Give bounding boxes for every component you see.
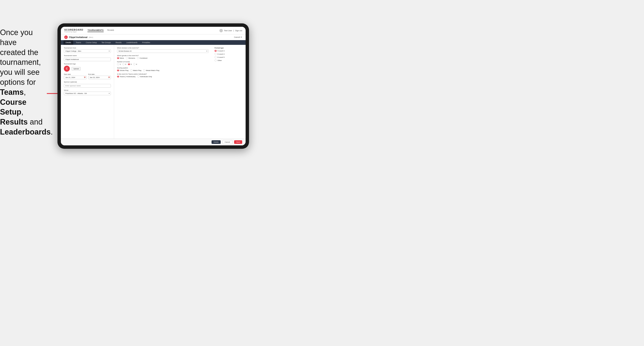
- division-select-wrapper: NCAA Division III: [117, 49, 208, 53]
- left-column: Tournament Host Clippd College - Men Tou…: [61, 45, 114, 139]
- start-date-label: Start date: [64, 73, 86, 75]
- division-field: Which division is the event for? NCAA Di…: [117, 47, 208, 53]
- date-row: Start date End date: [64, 73, 111, 79]
- sponsor-field: Sponsor (optional): [64, 81, 111, 88]
- top-nav: SCOREBOARD Powered by clippd TOURNAMENTS…: [61, 27, 246, 34]
- division-label: Which division is the event for?: [117, 47, 208, 49]
- start-date-field: Start date: [64, 73, 86, 79]
- gender-combined[interactable]: Combined: [137, 57, 147, 59]
- top-nav-right: Test User | Sign out: [220, 29, 242, 32]
- cancel-tournament-button[interactable]: Cancel ✕: [234, 36, 242, 38]
- radio-teams-circle: [117, 75, 119, 78]
- radio-rounds-2-circle: [122, 63, 124, 65]
- teams-label: Is this event for Teams and/or Individua…: [117, 73, 208, 75]
- rounds-3[interactable]: 3: [128, 63, 132, 65]
- user-label: Test User: [224, 29, 232, 32]
- cancel-button[interactable]: Cancel: [222, 140, 232, 144]
- tournament-host-label: Tournament Host: [64, 47, 111, 49]
- tournament-host-select[interactable]: Clippd College - Men: [64, 49, 111, 53]
- user-avatar: [220, 29, 223, 32]
- tournament-logo-label: Tournament logo: [64, 63, 111, 65]
- format-5count4[interactable]: 5 count 4: [214, 50, 242, 52]
- teams-field: Is this event for Teams and/or Individua…: [117, 73, 208, 78]
- tournament-title-area: C Clippd Invitational (Men): [64, 35, 93, 39]
- division-select[interactable]: NCAA Division III: [117, 49, 208, 53]
- individuals-only[interactable]: Individuals Only: [137, 75, 152, 78]
- logo-sub: Powered by clippd: [64, 31, 83, 32]
- radio-rounds-3-circle: [128, 63, 130, 65]
- end-date-wrapper: [88, 76, 111, 79]
- save-button[interactable]: Save: [234, 140, 242, 144]
- tab-results[interactable]: Results: [114, 40, 124, 45]
- radio-5count4-circle: [214, 50, 217, 52]
- nav-separator: |: [234, 29, 234, 32]
- scoring-stroke-play[interactable]: Stroke Play: [117, 69, 128, 71]
- tournament-host-select-wrapper: Clippd College - Men: [64, 49, 111, 53]
- radio-individuals-circle: [137, 75, 140, 78]
- radio-other-circle: [214, 59, 217, 61]
- tab-tee-groups[interactable]: Tee Groups: [100, 40, 113, 45]
- tournament-icon: C: [64, 35, 68, 39]
- rounds-field: Number of rounds 1 2 3: [117, 61, 208, 65]
- logo-upload-area: C Upload: [64, 66, 111, 72]
- scoring-radio-group: Stroke Play Match Play Medal Match Play: [117, 69, 208, 71]
- radio-combined-circle: [137, 57, 139, 59]
- top-nav-left: SCOREBOARD Powered by clippd TOURNAMENTS…: [64, 28, 114, 32]
- tab-teams[interactable]: Teams: [74, 40, 83, 45]
- format-label: Format type: [214, 47, 242, 49]
- venue-select-wrapper: Peachtree GC - Atlanta - GA: [64, 92, 111, 95]
- gender-mens[interactable]: Mens: [117, 57, 124, 59]
- rounds-radio-group: 1 2 3 4: [117, 63, 208, 65]
- scoring-label: Scoring system: [117, 67, 208, 69]
- tablet-device: SCOREBOARD Powered by clippd TOURNAMENTS…: [58, 23, 249, 149]
- radio-medal-match-circle: [143, 69, 145, 71]
- nav-link-tournaments[interactable]: TOURNAMENTS: [88, 29, 104, 32]
- sponsor-label: Sponsor (optional): [64, 81, 111, 83]
- start-date-wrapper: [64, 76, 86, 79]
- radio-mens-circle: [117, 57, 119, 59]
- format-6count5[interactable]: 6 count 5: [214, 56, 242, 58]
- nav-link-teams[interactable]: TEAMS: [107, 29, 114, 32]
- venue-select[interactable]: Peachtree GC - Atlanta - GA: [64, 92, 111, 95]
- radio-6count4-circle: [214, 53, 217, 55]
- rounds-1[interactable]: 1: [117, 63, 121, 65]
- start-date-input[interactable]: [64, 76, 86, 79]
- format-other[interactable]: Other: [214, 59, 242, 61]
- tab-bar: Details Teams Course Setup Tee Groups Re…: [61, 40, 246, 45]
- tournament-name-input[interactable]: [64, 58, 111, 61]
- gender-field: Which gender is the event for? Mens Wome…: [117, 55, 208, 59]
- scoring-match-play[interactable]: Match Play: [130, 69, 142, 71]
- radio-match-circle: [130, 69, 132, 71]
- sponsor-input[interactable]: [64, 84, 111, 88]
- radio-rounds-1-circle: [117, 63, 119, 65]
- delete-button[interactable]: Delete: [212, 140, 221, 144]
- rounds-4[interactable]: 4: [133, 63, 137, 65]
- tournament-host-field: Tournament Host Clippd College - Men: [64, 47, 111, 53]
- tab-details[interactable]: Details: [64, 40, 73, 45]
- tab-leaderboards[interactable]: Leaderboards: [124, 40, 140, 45]
- action-bar: Delete Cancel Save: [61, 139, 246, 145]
- venue-label: Venue: [64, 89, 111, 91]
- tab-printables[interactable]: Printables: [140, 40, 152, 45]
- rounds-label: Number of rounds: [117, 61, 208, 63]
- tournament-name-field: Tournament name: [64, 55, 111, 61]
- radio-stroke-circle: [117, 69, 119, 71]
- radio-womens-circle: [126, 57, 128, 59]
- rounds-2[interactable]: 2: [122, 63, 126, 65]
- gender-womens[interactable]: Womens: [126, 57, 135, 59]
- scoring-medal-match-play[interactable]: Medal Match Play: [143, 69, 160, 71]
- format-6count4[interactable]: 6 count 4: [214, 53, 242, 55]
- tournament-header: C Clippd Invitational (Men) Cancel ✕: [61, 34, 246, 40]
- scoring-field: Scoring system Stroke Play Match Play: [117, 67, 208, 71]
- tab-course-setup[interactable]: Course Setup: [84, 40, 99, 45]
- sign-out-link[interactable]: Sign out: [235, 29, 242, 32]
- end-date-field: End date: [88, 73, 111, 79]
- upload-button[interactable]: Upload: [72, 67, 81, 71]
- teams-plus-individuals[interactable]: Teams (+Individuals): [117, 75, 136, 78]
- gender-label: Which gender is the event for?: [117, 55, 208, 56]
- tournament-name: Clippd Invitational: [69, 36, 88, 38]
- right-column: Format type 5 count 4 6 count 4 6 count …: [212, 45, 246, 139]
- end-date-input[interactable]: [88, 76, 111, 79]
- gender-radio-group: Mens Womens Combined: [117, 57, 208, 59]
- tournament-name-label: Tournament name: [64, 55, 111, 56]
